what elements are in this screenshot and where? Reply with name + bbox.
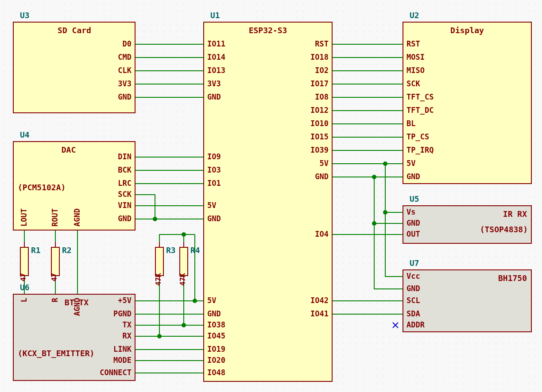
svg-point-1723 [150,143,151,144]
svg-point-3700 [369,303,370,304]
svg-point-3130 [349,256,350,257]
svg-point-4182 [343,342,344,343]
svg-point-184 [150,17,151,18]
svg-point-2753 [535,223,536,224]
svg-point-236 [496,17,496,18]
svg-point-2812 [389,230,390,231]
svg-point-3231 [482,263,483,264]
svg-point-2245 [389,183,390,184]
svg-point-80 [535,4,536,5]
svg-point-4646 [197,382,197,383]
svg-point-3097 [130,256,131,257]
svg-point-3564 [4,296,5,297]
pin-label: TFT_DC [406,106,434,115]
svg-point-1461 [24,123,25,124]
svg-point-4605 [462,376,463,377]
svg-point-2696 [157,223,158,224]
svg-point-3211 [349,263,350,264]
svg-point-3048 [343,250,344,250]
svg-point-4522 [449,369,450,370]
svg-point-3175 [110,263,111,264]
pin-label: +5V [118,296,132,305]
svg-point-1638 [124,137,124,138]
svg-point-3188 [197,263,197,264]
svg-point-1635 [104,137,105,138]
svg-point-464 [396,37,397,38]
svg-point-137 [376,11,377,12]
svg-point-3487 [31,289,31,290]
svg-point-4535 [535,369,536,370]
component-U5: U5IR RX(TSOP4838)VsGNDOUT [403,194,531,243]
svg-point-3667 [150,303,151,304]
svg-point-4606 [469,376,470,377]
svg-point-753 [163,64,164,65]
svg-point-3232 [489,263,490,264]
svg-point-1944 [4,163,5,164]
svg-point-1380 [24,117,25,118]
svg-point-48 [323,4,324,5]
component-U1: U1ESP32-S3IO11IO14IO133V3GNDIO9IO3IO15VG… [204,11,332,381]
pin-label: OUT [406,230,420,238]
svg-point-348 [163,31,164,31]
svg-point-1266 [343,104,344,104]
svg-point-3506 [157,289,158,290]
svg-point-2834 [535,230,536,231]
svg-point-4704 [44,389,45,390]
svg-point-8 [57,4,58,5]
svg-point-2932 [110,243,111,244]
svg-point-4778 [535,389,536,390]
pin-label: ROUT [50,208,59,227]
svg-point-3430 [190,283,191,284]
svg-point-1433 [376,117,377,118]
svg-point-167 [37,17,38,18]
svg-point-3615 [343,296,344,297]
svg-point-2894 [396,236,397,237]
svg-point-4536 [4,376,5,377]
svg-point-1295 [535,104,536,104]
svg-point-54 [363,4,364,5]
svg-point-3128 [336,256,337,257]
svg-point-4733 [236,389,237,390]
svg-point-4481 [177,369,178,370]
svg-point-4617 [4,382,5,383]
svg-point-4440 [442,362,443,363]
svg-point-3104 [177,256,178,257]
svg-point-1590 [343,130,344,131]
svg-point-4696 [529,382,530,383]
svg-point-2241 [363,183,364,184]
svg-point-2498 [456,203,457,204]
svg-point-566 [535,44,536,45]
svg-point-1862 [535,150,536,151]
svg-point-4531 [509,369,510,370]
svg-point-3726 [4,309,5,310]
svg-point-1297 [11,110,12,111]
svg-point-3909 [143,323,144,323]
svg-point-3835 [190,316,191,317]
svg-point-123 [283,11,284,12]
svg-point-1752 [343,143,344,144]
svg-point-1727 [177,143,178,144]
svg-point-185 [157,17,158,18]
svg-point-3236 [515,263,516,264]
svg-point-3269 [197,269,197,270]
svg-point-1432 [369,117,370,118]
svg-point-208 [310,17,310,18]
svg-point-1915 [349,157,350,158]
svg-point-215 [356,17,357,18]
svg-point-154 [489,11,490,12]
svg-point-1465 [50,123,51,124]
svg-point-2405 [376,196,377,197]
svg-point-2916 [4,243,5,244]
svg-point-1636 [110,137,111,138]
component-subtitle: (PCM5102A) [18,183,66,192]
svg-point-2083 [389,170,390,171]
svg-point-149 [456,11,457,12]
svg-point-111 [203,11,204,12]
svg-point-4263 [343,349,344,350]
svg-point-2078 [356,170,357,171]
svg-point-2106 [4,177,5,177]
svg-point-2921 [37,243,38,244]
svg-point-5 [37,4,38,5]
svg-point-1471 [90,123,91,124]
svg-point-196 [230,17,231,18]
